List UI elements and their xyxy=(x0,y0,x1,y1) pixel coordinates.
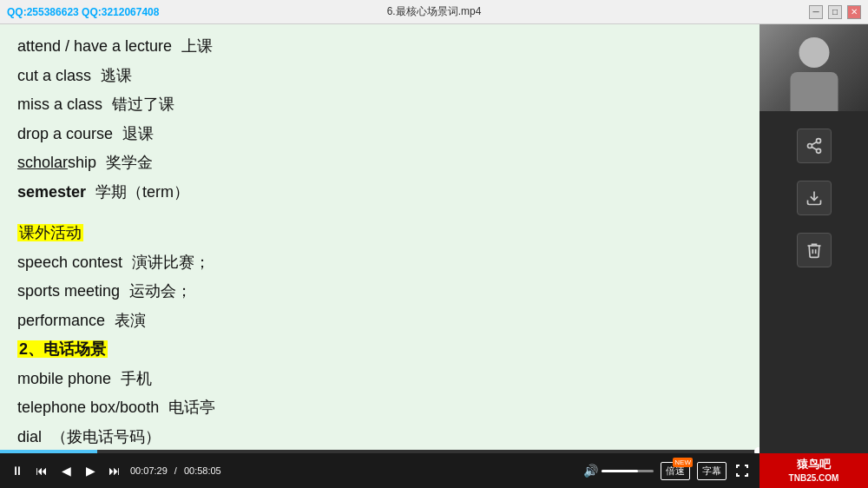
vocab-en-4: drop a course xyxy=(17,125,113,142)
control-bar: ⏸ ⏮ ◀ ▶ ⏭ 00:07:29 / 00:58:05 🔊 倍速 NEW 字… xyxy=(0,453,760,488)
rewind-button[interactable]: ◀ xyxy=(57,464,75,478)
vocab-zh-12: （拨电话号码） xyxy=(51,428,161,445)
vocab-zh-7: 演讲比赛； xyxy=(132,254,210,271)
vocab-line-2: cut a class 逃课 xyxy=(17,63,742,90)
brand-watermark: 猿鸟吧 TNB25.COM xyxy=(760,453,868,488)
vocab-line-7: speech contest 演讲比赛； xyxy=(17,249,742,277)
vocab-zh-5: 奖学金 xyxy=(106,154,153,171)
svg-point-2 xyxy=(816,148,820,153)
svg-point-1 xyxy=(807,144,812,148)
window-controls: ─ □ ✕ xyxy=(809,5,861,19)
pause-button[interactable]: ⏸ xyxy=(9,464,26,478)
vocab-line-9: performance 表演 xyxy=(17,307,742,335)
vocab-en-7: speech contest xyxy=(17,254,122,271)
section-header-2: 2、电话场景 xyxy=(17,336,742,364)
next-button[interactable]: ⏭ xyxy=(106,464,123,478)
vocab-line-5: scholarship 奖学金 xyxy=(17,149,742,177)
vocab-en-10: mobile phone xyxy=(17,370,111,387)
time-separator: / xyxy=(174,465,177,476)
speed-badge: NEW xyxy=(673,458,693,467)
window-title: 6.最核心场景词.mp4 xyxy=(387,4,482,19)
avatar-box xyxy=(760,24,868,111)
vocab-en-5: scholarship xyxy=(17,154,96,171)
vocab-line-8: sports meeting 运动会； xyxy=(17,278,742,306)
title-bar: QQ:255386623 QQ:3212067408 6.最核心场景词.mp4 … xyxy=(0,0,868,24)
avatar-head xyxy=(799,37,829,68)
vocab-line-12: dial （拨电话号码） xyxy=(17,424,742,452)
title-bar-left: QQ:255386623 QQ:3212067408 xyxy=(7,6,159,18)
vocab-en-3: miss a class xyxy=(17,96,102,113)
volume-fill xyxy=(602,470,638,472)
current-time: 00:07:29 xyxy=(130,465,168,476)
volume-control[interactable]: 🔊 xyxy=(583,464,654,478)
section-header-1: 课外活动 xyxy=(17,220,742,247)
vocab-line-4: drop a course 退课 xyxy=(17,121,742,148)
vocab-zh-8: 运动会； xyxy=(129,282,192,300)
vocab-zh-6: 学期（term） xyxy=(95,183,189,201)
total-time: 00:58:05 xyxy=(184,465,221,476)
vocab-zh-10: 手机 xyxy=(121,370,152,387)
share-button[interactable] xyxy=(797,129,832,163)
vocab-line-3: miss a class 错过了课 xyxy=(17,91,742,119)
lecture-content: attend / have a lecture 上课 cut a class 逃… xyxy=(0,24,760,453)
vocab-zh-4: 退课 xyxy=(122,125,154,142)
forward-button[interactable]: ▶ xyxy=(82,464,99,478)
close-button[interactable]: ✕ xyxy=(847,5,861,19)
vocab-zh-1: 上课 xyxy=(181,37,213,55)
vocab-line-11: telephone box/booth 电话亭 xyxy=(17,394,742,422)
vocab-en-12: dial xyxy=(17,428,42,445)
section-gap xyxy=(17,208,742,220)
vocab-en-8: sports meeting xyxy=(17,282,120,300)
vocab-en-9: performance xyxy=(17,312,105,329)
qq-info: QQ:255386623 QQ:3212067408 xyxy=(7,6,159,18)
vocab-zh-11: 电话亭 xyxy=(168,399,215,416)
svg-point-0 xyxy=(816,139,820,143)
vocab-zh-9: 表演 xyxy=(115,312,146,329)
vocab-zh-3: 错过了课 xyxy=(112,96,174,113)
vocab-line-1: attend / have a lecture 上课 xyxy=(17,33,742,61)
vocab-zh-2: 逃课 xyxy=(101,67,132,84)
delete-button[interactable] xyxy=(797,233,832,267)
vocab-en-11: telephone box/booth xyxy=(17,399,159,416)
vocab-line-6: semester 学期（term） xyxy=(17,179,742,207)
caption-button[interactable]: 字幕 xyxy=(697,462,727,480)
minimize-button[interactable]: ─ xyxy=(809,5,823,19)
download-button[interactable] xyxy=(797,181,832,215)
svg-line-3 xyxy=(812,147,817,149)
prev-button[interactable]: ⏮ xyxy=(33,464,50,478)
speaker-avatar xyxy=(760,24,868,111)
section-title-2: 2、电话场景 xyxy=(17,340,108,358)
vocab-en-2: cut a class xyxy=(17,67,91,84)
section-title-1: 课外活动 xyxy=(17,224,83,241)
vocab-en-6: semester xyxy=(17,183,86,201)
volume-bar[interactable] xyxy=(602,470,654,472)
right-sidebar xyxy=(760,24,868,453)
vocab-line-10: mobile phone 手机 xyxy=(17,366,742,393)
fullscreen-button[interactable] xyxy=(733,464,751,478)
vocab-en-1: attend / have a lecture xyxy=(17,37,172,55)
sidebar-actions xyxy=(760,129,868,267)
brand-url: TNB25.COM xyxy=(789,472,839,485)
video-content-area: attend / have a lecture 上课 cut a class 逃… xyxy=(0,24,760,453)
avatar-body xyxy=(790,72,838,111)
maximize-button[interactable]: □ xyxy=(828,5,842,19)
svg-line-4 xyxy=(812,142,817,144)
volume-icon: 🔊 xyxy=(583,464,598,478)
brand-name: 猿鸟吧 xyxy=(789,457,839,472)
speed-button[interactable]: 倍速 NEW xyxy=(661,462,690,480)
